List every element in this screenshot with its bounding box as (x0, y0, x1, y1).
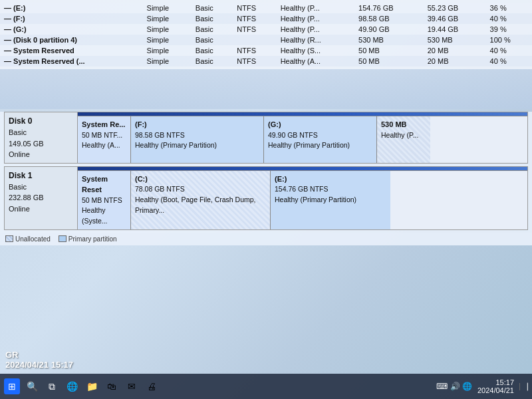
partition-sysres1[interactable]: System Reset 50 MB NTFS Healthy (Syste..… (78, 171, 131, 229)
row-capacity: 50 MB (354, 56, 424, 66)
partition-label: (G:) (268, 119, 372, 130)
store-icon[interactable]: 🛍 (104, 378, 120, 394)
disk1-parts-row: System Reset 50 MB NTFS Healthy (Syste..… (78, 171, 527, 229)
partition-detail1: 98.58 GB NTFS (135, 130, 259, 141)
legend-bar: Unallocated Primary partition (0, 233, 532, 245)
disk0-label: Disk 0 Basic 149.05 GB Online (5, 112, 78, 163)
disk1-label: Disk 1 Basic 232.88 GB Online (5, 167, 78, 229)
row-type: Simple (143, 13, 192, 24)
row-type: Simple (143, 24, 192, 35)
row-pct: 36 % (486, 3, 532, 13)
disk1-title: Disk 1 (9, 170, 73, 182)
partition-detail2: Healthy (Primary Partition) (268, 140, 372, 151)
partition-label: (C:) (135, 174, 266, 185)
row-capacity: 98.58 GB (354, 13, 424, 24)
partition-label: (E:) (275, 174, 386, 185)
mid-spacer (0, 69, 532, 109)
explorer-icon[interactable]: 📁 (84, 378, 100, 394)
show-desktop-button[interactable]: ▕ (519, 383, 528, 390)
partition-g-drive[interactable]: (G:) 49.90 GB NTFS Healthy (Primary Part… (264, 116, 377, 163)
disk1-container: Disk 1 Basic 232.88 GB Online System Res… (4, 166, 528, 230)
row-pct: 40 % (486, 13, 532, 24)
row-name: — (F:) (0, 13, 143, 24)
row-status: Healthy (R... (277, 35, 354, 45)
partition-e-drive[interactable]: (E:) 154.76 GB NTFS Healthy (Primary Par… (271, 171, 390, 229)
row-name: — (G:) (0, 24, 143, 35)
partition-label: (F:) (135, 119, 259, 130)
disk0-type: Basic (9, 127, 73, 138)
start-button[interactable]: ⊞ (4, 378, 20, 394)
partition-f-drive[interactable]: (F:) 98.58 GB NTFS Healthy (Primary Part… (131, 116, 264, 163)
legend-primary-label: Primary partition (68, 235, 117, 243)
partition-detail1: 50 MB NTFS (82, 196, 126, 206)
partition-label: System Re... (82, 119, 126, 130)
row-capacity: 49.90 GB (354, 24, 424, 35)
watermark-initials: GR (5, 350, 73, 360)
partition-detail1: Healthy (P... (381, 130, 426, 141)
table-row: — System Reserved Simple Basic NTFS Heal… (0, 45, 532, 56)
row-name: — (Disk 0 partition 4) (0, 35, 143, 45)
row-pct: 40 % (486, 56, 532, 66)
row-status: Healthy (S... (277, 45, 354, 56)
row-status: Healthy (P... (277, 24, 354, 35)
row-pct: 100 % (486, 35, 532, 45)
row-free: 20 MB (424, 45, 486, 56)
disk1-size: 232.88 GB (9, 192, 73, 203)
disk-graphical-view: Disk 0 Basic 149.05 GB Online System Re.… (0, 112, 532, 245)
table-row: — (E:) Simple Basic NTFS Healthy (P... 1… (0, 3, 532, 13)
row-capacity: 530 MB (354, 35, 424, 45)
clock-date: 2024/04/21 (477, 386, 514, 394)
taskbar-right: ⌨ 🔊 🌐 15:17 2024/04/21 ▕ (436, 378, 528, 394)
taskbar: ⊞ 🔍 ⧉ 🌐 📁 🛍 ✉ 🖨 ⌨ 🔊 🌐 15:17 2024/04/21 ▕ (0, 374, 532, 399)
watermark: GR 2024/04/21 15:17 (5, 350, 73, 370)
row-name: — System Reserved (... (0, 56, 143, 66)
row-fs (233, 35, 276, 45)
disk0-title: Disk 0 (9, 115, 73, 127)
print-icon[interactable]: 🖨 (144, 378, 160, 394)
taskview-button[interactable]: ⧉ (44, 378, 60, 394)
table-row: — (Disk 0 partition 4) Simple Basic Heal… (0, 35, 532, 45)
clock: 15:17 2024/04/21 (477, 378, 514, 394)
partition-detail1: 154.76 GB NTFS (275, 184, 386, 195)
disk0-status: Online (9, 149, 73, 160)
disk0-parts-row: System Re... 50 MB NTF... Healthy (A... … (78, 116, 527, 163)
row-status: Healthy (P... (277, 13, 354, 24)
row-layout: Basic (192, 24, 233, 35)
row-layout: Basic (192, 56, 233, 66)
row-free: 39.46 GB (424, 13, 486, 24)
row-free: 20 MB (424, 56, 486, 66)
row-type: Simple (143, 56, 192, 66)
row-pct: 39 % (486, 24, 532, 35)
disk0-row: Disk 0 Basic 149.05 GB Online System Re.… (5, 112, 527, 163)
partition-unalloc0[interactable]: 530 MB Healthy (P... (377, 116, 430, 163)
disk1-type: Basic (9, 182, 73, 193)
mail-icon[interactable]: ✉ (124, 378, 140, 394)
partition-label: System Reset (82, 174, 126, 196)
edge-icon[interactable]: 🌐 (64, 378, 80, 394)
search-button[interactable]: 🔍 (24, 378, 40, 394)
disk1-partitions: System Reset 50 MB NTFS Healthy (Syste..… (78, 167, 527, 229)
legend-unalloc-box (5, 235, 13, 242)
partition-sysres0[interactable]: System Re... 50 MB NTF... Healthy (A... (78, 116, 131, 163)
disk0-partitions: System Re... 50 MB NTF... Healthy (A... … (78, 112, 527, 163)
row-layout: Basic (192, 3, 233, 13)
row-fs: NTFS (233, 24, 276, 35)
partition-detail2: Healthy (A... (82, 140, 126, 151)
partition-label: 530 MB (381, 119, 426, 130)
row-status: Healthy (A... (277, 56, 354, 66)
disk1-status: Online (9, 203, 73, 215)
row-free: 55.23 GB (424, 3, 486, 13)
partition-detail1: 49.90 GB NTFS (268, 130, 372, 141)
row-fs: NTFS (233, 56, 276, 66)
disk0-container: Disk 0 Basic 149.05 GB Online System Re.… (4, 112, 528, 164)
disk-list-table: — (E:) Simple Basic NTFS Healthy (P... 1… (0, 0, 532, 69)
row-fs: NTFS (233, 13, 276, 24)
partition-detail2: Healthy (Primary Partition) (135, 140, 259, 151)
clock-time: 15:17 (477, 378, 514, 386)
disk1-row: Disk 1 Basic 232.88 GB Online System Res… (5, 167, 527, 229)
partition-detail1: 50 MB NTF... (82, 130, 126, 141)
row-fs: NTFS (233, 3, 276, 13)
partition-detail1: 78.08 GB NTFS (135, 184, 266, 195)
partition-detail2: Healthy (Syste... (82, 205, 126, 227)
partition-c-drive[interactable]: (C:) 78.08 GB NTFS Healthy (Boot, Page F… (131, 171, 271, 229)
